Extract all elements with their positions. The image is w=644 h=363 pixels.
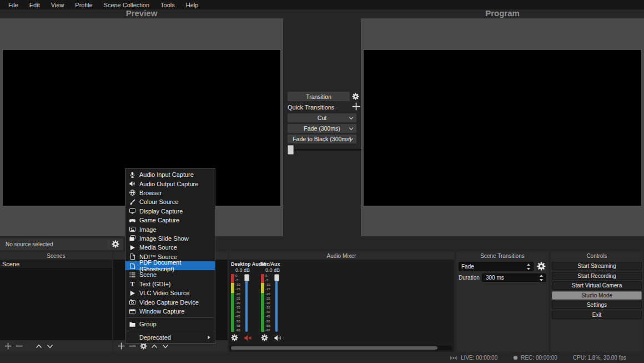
volume-slider-handle[interactable] (274, 274, 279, 281)
context-menu-item-text-gdi-[interactable]: TText (GDI+) (125, 280, 215, 289)
add-source-context-menu: Audio Input CaptureAudio Output CaptureB… (125, 168, 215, 344)
channel-gear-icon[interactable] (261, 334, 269, 342)
transition-bar-handle[interactable] (288, 145, 294, 155)
toolbar-divider (108, 240, 108, 248)
status-bar: LIVE: 00:00:00 REC: 00:00:00 CPU: 1.8%, … (0, 352, 644, 363)
settings-button[interactable]: Settings (552, 301, 642, 309)
scene-transitions-title: Scene Transitions (456, 252, 549, 260)
duration-value: 300 ms (485, 275, 539, 281)
slideshow-icon (129, 235, 135, 242)
microphone-icon (129, 171, 135, 178)
menu-item-help[interactable]: Help (181, 1, 204, 9)
menu-separator (126, 317, 214, 318)
transition-bar-track[interactable] (294, 149, 361, 151)
context-menu-item-browser[interactable]: Browser (125, 188, 215, 197)
mixer-channel-desktop-audio: Desktop Audio0.0 dB0-5-10-15-20-25-30-35… (231, 261, 260, 342)
add-quick-transition-icon[interactable] (352, 102, 360, 111)
transition-properties-gear-icon[interactable] (537, 262, 546, 271)
meter-scale: 0-5-10-15-20-25-30-35-40-45-50-55-60 (264, 274, 273, 332)
context-menu-item-pdf-document-ghostscript-[interactable]: PDF Document (Ghostscript) (125, 261, 215, 270)
context-menu-item-vlc-video-source[interactable]: VLC Video Source (125, 289, 215, 297)
remove-scene-icon[interactable] (15, 342, 23, 350)
svg-text:T: T (130, 281, 134, 287)
mixer-channel-mic-aux: Mic/Aux0.0 dB0-5-10-15-20-25-30-35-40-45… (261, 261, 286, 342)
mixer-scrollbar[interactable] (230, 346, 452, 350)
scenes-panel-title: Scenes (0, 252, 112, 260)
brush-icon (129, 198, 135, 205)
gamepad-icon (129, 217, 135, 223)
quick-transition-button[interactable]: Cut (288, 113, 356, 122)
quick-transition-button[interactable]: Fade (300ms) (288, 124, 356, 133)
chevron-down-icon (349, 126, 354, 131)
transition-select-spinner-icon[interactable] (526, 263, 531, 271)
context-menu-item-scene[interactable]: Scene (125, 270, 215, 279)
exit-button[interactable]: Exit (552, 311, 642, 319)
transition-gear-icon[interactable] (352, 92, 360, 101)
no-source-selected-text: No source selected (0, 241, 108, 247)
camera-icon (129, 299, 135, 306)
volume-slider[interactable] (244, 274, 249, 332)
start-streaming-button[interactable]: Start Streaming (552, 262, 642, 270)
preview-label: Preview (0, 8, 283, 18)
transition-select[interactable]: Fade (459, 262, 534, 271)
scene-list-item[interactable]: Scene (0, 260, 112, 268)
context-menu-item-video-capture-device[interactable]: Video Capture Device (125, 297, 215, 306)
scene-down-icon[interactable] (46, 342, 54, 350)
scenes-panel: Scenes Scene (0, 252, 112, 352)
context-menu-item-window-capture[interactable]: Window Capture (125, 307, 215, 316)
channel-level-db: 0.0 dB (231, 267, 260, 273)
context-menu-item-audio-output-capture[interactable]: Audio Output Capture (125, 179, 215, 188)
mute-icon[interactable] (274, 334, 282, 342)
blank-icon (129, 334, 135, 341)
menu-item-scene-collection[interactable]: Scene Collection (99, 1, 155, 9)
program-canvas[interactable] (364, 50, 641, 206)
submenu-arrow-icon (208, 335, 210, 340)
quick-transition-button[interactable]: Fade to Black (300ms) (288, 135, 356, 143)
file-icon (129, 253, 135, 260)
context-menu-item-image-slide-show[interactable]: Image Slide Show (125, 234, 215, 243)
transition-column: Transition Quick Transitions CutFade (30… (283, 18, 361, 236)
start-recording-button[interactable]: Start Recording (552, 272, 642, 280)
duration-input[interactable]: 300 ms (482, 274, 546, 282)
context-menu-item-deprecated[interactable]: Deprecated (125, 333, 215, 342)
source-toolbar: No source selected (0, 238, 123, 250)
audio-mixer-title: Audio Mixer (229, 252, 454, 260)
mute-icon-muted[interactable] (244, 334, 252, 342)
context-menu-item-display-capture[interactable]: Display Capture (125, 207, 215, 216)
duration-spinner-icon[interactable] (539, 274, 544, 282)
volume-slider[interactable] (274, 274, 279, 332)
source-properties-gear-icon[interactable] (112, 240, 120, 248)
globe-icon (129, 190, 135, 196)
menu-item-profile[interactable]: Profile (70, 1, 97, 9)
cpu-fps-status: CPU: 1.8%, 30.00 fps (573, 355, 626, 361)
start-virtual-camera-button[interactable]: Start Virtual Camera (552, 281, 642, 290)
transition-button[interactable]: Transition (288, 92, 350, 101)
volume-slider-handle[interactable] (244, 274, 249, 281)
channel-name: Mic/Aux (261, 261, 286, 267)
menu-item-tools[interactable]: Tools (155, 1, 180, 9)
chevron-down-icon (349, 137, 354, 142)
scene-up-icon[interactable] (35, 342, 43, 350)
context-menu-item-audio-input-capture[interactable]: Audio Input Capture (125, 170, 215, 179)
menu-item-file[interactable]: File (3, 1, 23, 9)
program-label: Program (361, 8, 644, 18)
context-menu-item-colour-source[interactable]: Colour Source (125, 197, 215, 206)
scene-transitions-panel: Scene Transitions Fade Duration 300 ms (456, 252, 549, 352)
rec-status: REC: 00:00:00 (513, 355, 557, 361)
speaker-icon (129, 181, 135, 187)
context-menu-item-media-source[interactable]: Media Source (125, 243, 215, 252)
duration-label: Duration (459, 275, 482, 281)
menu-item-view[interactable]: View (46, 1, 69, 9)
context-menu-item-game-capture[interactable]: Game Capture (125, 216, 215, 225)
scenes-toolbar (0, 340, 112, 352)
menu-separator (126, 331, 214, 331)
controls-panel: Controls Start StreamingStart RecordingS… (551, 252, 643, 352)
menu-item-edit[interactable]: Edit (24, 1, 45, 9)
studio-mode-button[interactable]: Studio Mode (552, 291, 642, 300)
channel-gear-icon[interactable] (231, 334, 239, 342)
context-menu-item-image[interactable]: Image (125, 225, 215, 233)
context-menu-item-group[interactable]: Group (125, 320, 215, 329)
add-source-icon[interactable] (117, 342, 125, 350)
quick-transitions-label: Quick Transitions (288, 104, 334, 111)
add-scene-icon[interactable] (4, 342, 12, 350)
